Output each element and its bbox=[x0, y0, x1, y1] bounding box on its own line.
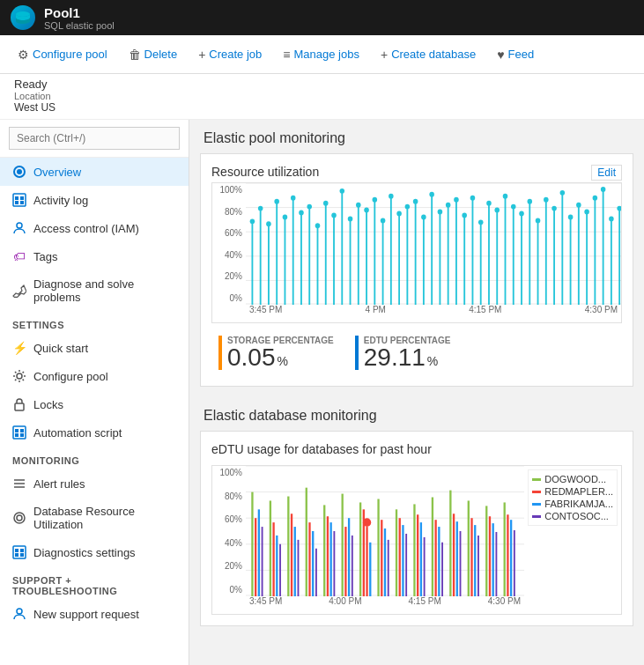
svg-rect-23 bbox=[15, 553, 19, 557]
svg-point-68 bbox=[389, 194, 394, 199]
search-container[interactable] bbox=[0, 120, 189, 158]
sidebar-quick-start-label: Quick start bbox=[33, 342, 88, 355]
status-bar: Ready Location West US bbox=[0, 74, 644, 120]
edtu-unit: % bbox=[427, 354, 438, 368]
sidebar-tags-label: Tags bbox=[33, 250, 57, 263]
sidebar-item-quick-start[interactable]: ⚡ Quick start bbox=[0, 334, 189, 362]
svg-point-114 bbox=[576, 203, 581, 208]
sidebar-automation-label: Automation script bbox=[33, 426, 122, 440]
dogwood-color bbox=[532, 478, 541, 481]
sidebar-item-activity-log[interactable]: Activity log bbox=[0, 186, 189, 214]
edit-button[interactable]: Edit bbox=[591, 165, 622, 181]
sidebar-item-automation[interactable]: Automation script bbox=[0, 418, 189, 447]
svg-point-82 bbox=[446, 203, 451, 208]
svg-point-92 bbox=[486, 201, 492, 206]
sidebar-item-support[interactable]: New support request bbox=[0, 600, 189, 628]
sidebar-item-overview[interactable]: Overview bbox=[0, 158, 189, 186]
svg-point-76 bbox=[421, 214, 426, 219]
metrics-row: STORAGE PERCENTAGE 0.05 % EDTU PERCENTAG… bbox=[211, 330, 622, 375]
sidebar-item-access-control[interactable]: Access control (IAM) bbox=[0, 214, 189, 242]
svg-point-46 bbox=[299, 211, 304, 216]
svg-point-62 bbox=[364, 208, 369, 213]
svg-point-60 bbox=[356, 203, 361, 208]
svg-rect-15 bbox=[20, 433, 24, 437]
lock-icon bbox=[12, 397, 26, 411]
sidebar-db-resource-label: Database Resource Utilization bbox=[33, 505, 176, 531]
feed-label: Feed bbox=[508, 48, 535, 61]
main-layout: Overview Activity log Access control (IA… bbox=[0, 120, 644, 665]
delete-label: Delete bbox=[144, 48, 178, 61]
location-label: Location bbox=[14, 91, 630, 101]
storage-metric: STORAGE PERCENTAGE 0.05 % bbox=[211, 330, 341, 375]
sidebar-item-tags[interactable]: 🏷 Tags bbox=[0, 242, 189, 270]
wrench-icon bbox=[12, 284, 26, 298]
storage-value: 0.05 bbox=[227, 345, 276, 370]
configure-pool-button[interactable]: ⚙ Configure pool bbox=[9, 43, 116, 66]
sidebar-item-diagnose[interactable]: Diagnose and solve problems bbox=[0, 270, 189, 311]
svg-point-110 bbox=[560, 190, 566, 196]
sidebar-item-locks[interactable]: Locks bbox=[0, 390, 189, 418]
create-database-label: Create database bbox=[391, 48, 476, 61]
delete-button[interactable]: 🗑 Delete bbox=[120, 43, 187, 66]
svg-point-50 bbox=[315, 223, 321, 228]
resource-util-title: Resource utilization bbox=[211, 165, 319, 179]
svg-rect-22 bbox=[15, 549, 19, 552]
manage-jobs-button[interactable]: ≡ Manage jobs bbox=[274, 43, 368, 66]
list-icon: ≡ bbox=[283, 48, 290, 62]
support-section-header: SUPPORT + TROUBLESHOOTING bbox=[0, 566, 189, 600]
db-resource-icon bbox=[12, 511, 26, 525]
edtu-chart-wrapper: 100% 80% 60% 40% 20% 0% bbox=[211, 465, 622, 615]
sidebar-item-db-resource[interactable]: Database Resource Utilization bbox=[0, 498, 189, 538]
search-input[interactable] bbox=[9, 127, 180, 150]
edtu-value-group: 29.11 % bbox=[364, 345, 451, 370]
storage-value-group: 0.05 % bbox=[227, 345, 334, 370]
contoso-label: CONTOSOC... bbox=[544, 511, 609, 521]
svg-point-0 bbox=[16, 11, 30, 17]
trash-icon: 🗑 bbox=[129, 48, 141, 62]
svg-point-54 bbox=[331, 213, 337, 218]
configure-pool-label: Configure pool bbox=[33, 48, 107, 61]
sidebar-alert-rules-label: Alert rules bbox=[33, 477, 85, 491]
svg-point-38 bbox=[266, 221, 271, 226]
create-job-button[interactable]: + Create job bbox=[189, 43, 270, 66]
svg-point-74 bbox=[413, 199, 418, 204]
pool-icon bbox=[11, 5, 35, 30]
svg-rect-4 bbox=[15, 196, 19, 200]
pool-type: SQL elastic pool bbox=[44, 20, 115, 31]
gear-icon: ⚙ bbox=[18, 48, 29, 62]
access-control-icon bbox=[12, 221, 26, 235]
svg-point-48 bbox=[307, 204, 312, 210]
location-value: West US bbox=[14, 101, 630, 114]
legend-fabrikam: FABRIKAMJA... bbox=[532, 499, 613, 509]
svg-point-58 bbox=[348, 216, 353, 221]
svg-point-20 bbox=[17, 515, 22, 521]
support-icon bbox=[12, 607, 26, 621]
heart-icon: ♥ bbox=[497, 48, 504, 62]
sidebar-item-alert-rules[interactable]: Alert rules bbox=[0, 469, 189, 498]
resource-util-chart: 100% 80% 60% 40% 20% 0% bbox=[211, 182, 622, 323]
edtu-bar bbox=[355, 336, 359, 370]
svg-point-84 bbox=[454, 197, 459, 203]
plus-icon-job: + bbox=[198, 48, 205, 62]
edtu-x-labels: 3:45 PM 4:00 PM 4:15 PM 4:30 PM bbox=[246, 596, 524, 614]
svg-point-122 bbox=[609, 216, 614, 221]
fabrikam-label: FABRIKAMJA... bbox=[544, 499, 613, 509]
configure-icon bbox=[12, 369, 26, 383]
contoso-color bbox=[532, 515, 541, 518]
plus-icon-db: + bbox=[381, 48, 388, 62]
svg-point-86 bbox=[462, 213, 467, 218]
svg-point-157 bbox=[363, 518, 371, 527]
svg-point-56 bbox=[340, 188, 345, 194]
create-database-button[interactable]: + Create database bbox=[372, 43, 485, 66]
svg-point-66 bbox=[381, 218, 386, 223]
resource-chart-svg bbox=[246, 183, 621, 305]
svg-point-40 bbox=[274, 199, 279, 204]
sidebar-item-diagnostics[interactable]: Diagnostics settings bbox=[0, 538, 189, 566]
legend-redmapler: REDMAPLER... bbox=[532, 486, 613, 497]
pool-name: Pool1 bbox=[44, 5, 115, 20]
app-header: Pool1 SQL elastic pool bbox=[0, 0, 644, 35]
edtu-usage-title: eDTU usage for databases for past hour bbox=[211, 442, 622, 456]
feed-button[interactable]: ♥ Feed bbox=[488, 43, 543, 66]
sidebar-item-configure-pool[interactable]: Configure pool bbox=[0, 362, 189, 390]
svg-rect-25 bbox=[20, 553, 24, 557]
